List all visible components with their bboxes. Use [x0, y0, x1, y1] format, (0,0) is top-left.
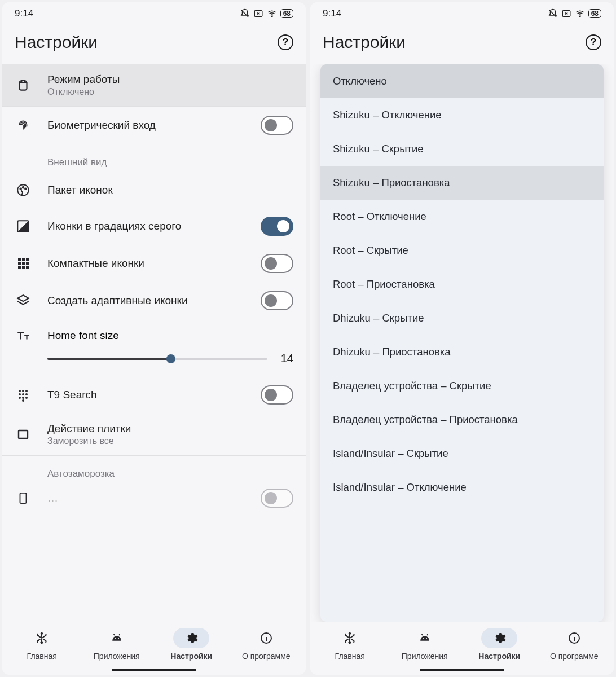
svg-point-19: [22, 390, 24, 392]
row-icon-pack[interactable]: Пакет иконок: [2, 173, 306, 208]
dropdown-option[interactable]: Shizuku – Отключение: [320, 98, 604, 132]
compact-toggle[interactable]: [261, 254, 293, 273]
square-icon: [15, 426, 32, 443]
svg-point-36: [426, 638, 427, 639]
nav-apps[interactable]: Приложения: [388, 628, 463, 661]
svg-point-26: [25, 397, 28, 399]
page-title: Настройки: [15, 33, 98, 52]
status-time: 9:14: [15, 8, 33, 19]
android-icon: [110, 631, 124, 645]
operation-mode-title: Режим работы: [47, 73, 293, 86]
dropdown-option[interactable]: Отключено: [320, 64, 604, 98]
adaptive-toggle[interactable]: [261, 291, 293, 310]
snowflake-icon: [343, 631, 357, 645]
biometric-title: Биометрический вход: [47, 119, 245, 131]
dropdown-option[interactable]: Root – Отключение: [320, 200, 604, 234]
svg-point-27: [22, 399, 24, 402]
svg-point-18: [19, 390, 21, 392]
phone-settings: 9:14 68 Настройки ? Режим работы Отключе…: [2, 2, 306, 675]
help-icon[interactable]: ?: [278, 34, 293, 50]
dropdown-option[interactable]: Shizuku – Скрытие: [320, 132, 604, 166]
font-size-value: 14: [276, 352, 293, 365]
font-size-slider[interactable]: [47, 358, 267, 360]
dropdown-option[interactable]: Владелец устройства – Приостановка: [320, 403, 604, 437]
row-adaptive-icons[interactable]: Создать адаптивные иконки: [2, 282, 306, 319]
gear-icon: [492, 631, 506, 645]
text-size-icon: [15, 327, 32, 344]
home-indicator: [420, 669, 504, 671]
dropdown-option[interactable]: Root – Приостановка: [320, 267, 604, 301]
battery-icon: 68: [280, 9, 293, 18]
nav-about-label: О программе: [242, 652, 291, 661]
svg-point-7: [25, 188, 27, 190]
dropdown-option[interactable]: Root – Скрытие: [320, 234, 604, 267]
dropdown-option[interactable]: Dhizuku – Скрытие: [320, 301, 604, 335]
row-biometric[interactable]: Биометрический вход: [2, 107, 306, 144]
dropdown-option[interactable]: Владелец устройства – Скрытие: [320, 369, 604, 403]
dropdown-option[interactable]: Island/Insular – Скрытие: [320, 437, 604, 471]
adaptive-title: Создать адаптивные иконки: [47, 294, 245, 307]
svg-rect-10: [22, 258, 25, 261]
grid-icon: [15, 255, 32, 272]
svg-rect-16: [22, 266, 25, 269]
svg-rect-9: [18, 258, 21, 261]
row-tile-action[interactable]: Действие плитки Заморозить все: [2, 414, 306, 455]
partial-toggle[interactable]: [261, 489, 293, 508]
row-operation-mode[interactable]: Режим работы Отключено: [2, 64, 306, 106]
row-partial[interactable]: …: [2, 484, 306, 508]
row-font-size[interactable]: Home font size 14: [2, 319, 306, 376]
t9-toggle[interactable]: [261, 385, 293, 405]
grayscale-toggle[interactable]: [261, 217, 293, 236]
compact-title: Компактные иконки: [47, 257, 245, 270]
palette-icon: [15, 182, 32, 199]
nav-apps[interactable]: Приложения: [80, 628, 155, 661]
nav-settings[interactable]: Настройки: [154, 628, 229, 661]
svg-rect-11: [26, 258, 29, 261]
dropdown-option[interactable]: Shizuku – Приостановка: [320, 166, 604, 200]
nav-about-label: О программе: [550, 652, 599, 661]
dropdown-option[interactable]: Island/Insular – Отключение: [320, 471, 604, 504]
bottom-nav: Главная Приложения Настройки О программе: [310, 622, 614, 664]
svg-point-22: [22, 393, 24, 395]
layers-icon: [15, 292, 32, 309]
icon-pack-title: Пакет иконок: [47, 184, 293, 196]
wifi-icon: [267, 8, 277, 19]
grayscale-title: Иконки в градациях серого: [47, 220, 245, 232]
settings-list[interactable]: Режим работы Отключено Биометрический вх…: [2, 64, 306, 622]
row-compact-icons[interactable]: Компактные иконки: [2, 245, 306, 282]
android-icon: [418, 631, 432, 645]
status-icons: 68: [548, 8, 601, 19]
page-title: Настройки: [323, 33, 406, 52]
nav-home[interactable]: Главная: [5, 628, 80, 661]
nav-home-label: Главная: [27, 652, 57, 661]
nav-about[interactable]: О программе: [537, 628, 612, 661]
snowflake-icon: [35, 631, 49, 645]
operation-mode-subtitle: Отключено: [47, 87, 293, 97]
page-header: Настройки ?: [2, 23, 306, 64]
row-t9-search[interactable]: T9 Search: [2, 376, 306, 414]
nav-apps-label: Приложения: [94, 652, 140, 661]
operation-mode-dropdown[interactable]: ОтключеноShizuku – ОтключениеShizuku – С…: [320, 64, 604, 622]
nav-home[interactable]: Главная: [313, 628, 388, 661]
android-debug-icon: [15, 77, 32, 94]
info-icon: [567, 631, 581, 645]
mute-icon: [240, 8, 250, 19]
row-grayscale-icons[interactable]: Иконки в градациях серого: [2, 208, 306, 245]
status-bar: 9:14 68: [310, 2, 614, 23]
nav-settings[interactable]: Настройки: [462, 628, 537, 661]
svg-rect-29: [20, 493, 27, 503]
svg-rect-28: [19, 430, 28, 438]
svg-point-35: [423, 638, 424, 639]
svg-point-31: [118, 638, 119, 639]
close-box-icon: [253, 8, 263, 19]
tile-action-title: Действие плитки: [47, 423, 293, 435]
section-autofreeze: Автозаморозка: [2, 456, 306, 484]
biometric-toggle[interactable]: [261, 116, 293, 135]
info-icon: [259, 631, 273, 645]
dropdown-option[interactable]: Dhizuku – Приостановка: [320, 335, 604, 369]
nav-about[interactable]: О программе: [229, 628, 304, 661]
help-icon[interactable]: ?: [586, 34, 601, 50]
svg-rect-15: [18, 266, 21, 269]
fingerprint-icon: [15, 117, 32, 134]
dialpad-icon: [15, 386, 32, 403]
